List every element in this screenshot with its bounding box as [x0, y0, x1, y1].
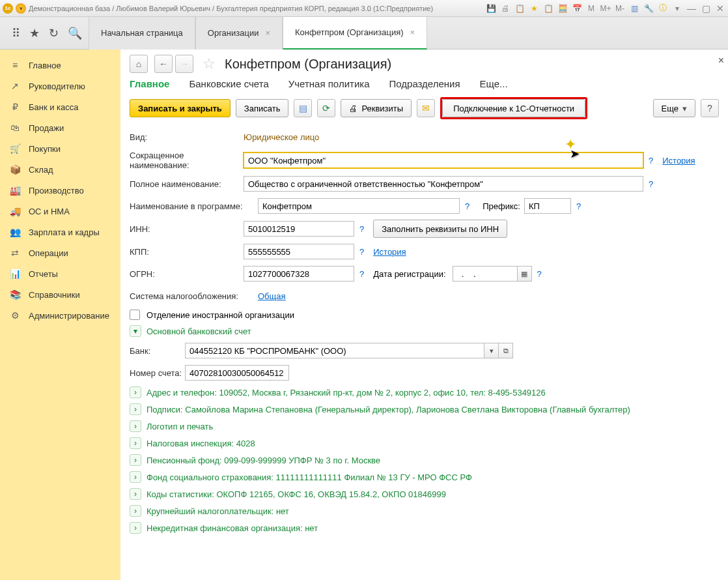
subtab-divisions[interactable]: Подразделения — [389, 78, 460, 89]
kpp-history-link[interactable]: История — [373, 247, 406, 257]
group-tax-office[interactable]: ›Налоговая инспекция: 4028 — [130, 437, 719, 449]
help-button[interactable]: ? — [701, 99, 719, 117]
short-name-input[interactable] — [244, 152, 643, 168]
group-pension[interactable]: ›Пенсионный фонд: 099-099-999999 УПФР № … — [130, 454, 719, 466]
close-icon[interactable]: × — [265, 28, 270, 38]
minimize-icon[interactable]: — — [686, 3, 697, 14]
close-icon[interactable]: × — [410, 27, 415, 37]
history-icon[interactable]: ↻ — [49, 26, 59, 40]
tax-link[interactable]: Общая — [258, 291, 286, 301]
bank-input[interactable] — [185, 343, 484, 358]
full-name-input[interactable] — [244, 176, 643, 192]
group-social[interactable]: ›Фонд социального страхования: 111111111… — [130, 471, 719, 483]
foreign-checkbox[interactable] — [130, 310, 140, 320]
subtab-main[interactable]: Главное — [130, 78, 169, 89]
sidebar-item-sales[interactable]: 🛍Продажи — [0, 117, 120, 138]
document-icon-button[interactable]: ▤ — [294, 99, 312, 117]
hint-full-name[interactable]: ? — [649, 179, 653, 189]
close-window-icon[interactable]: ✕ — [715, 3, 725, 14]
mail-icon-button[interactable]: ✉ — [417, 99, 435, 117]
sidebar-item-purchases[interactable]: 🛒Покупки — [0, 138, 120, 159]
sidebar-item-admin[interactable]: ⚙Администрирование — [0, 305, 120, 326]
star-outline-icon[interactable]: ☆ — [203, 55, 216, 72]
subtab-bank[interactable]: Банковские счета — [189, 78, 268, 89]
reg-date-input[interactable] — [453, 266, 518, 282]
info-down-icon[interactable]: ▾ — [672, 3, 682, 14]
hint-ogrn[interactable]: ? — [359, 269, 364, 279]
subtab-policy[interactable]: Учетная политика — [288, 78, 370, 89]
hint-prog-name[interactable]: ? — [465, 201, 469, 211]
sidebar-item-manager[interactable]: ↗Руководителю — [0, 76, 120, 96]
apps-icon[interactable]: ⠿ — [12, 26, 20, 40]
sidebar-item-salary[interactable]: 👥Зарплата и кадры — [0, 222, 120, 242]
group-address[interactable]: ›Адрес и телефон: 109052, Москва г, Ряза… — [130, 386, 719, 398]
clipboard-icon[interactable]: 📋 — [543, 3, 553, 14]
m-plus-icon[interactable]: M+ — [600, 3, 611, 14]
favorite-icon[interactable]: ★ — [29, 26, 40, 40]
star-icon[interactable]: ★ — [529, 3, 539, 14]
ogrn-input[interactable] — [244, 266, 354, 282]
hint-prefix[interactable]: ? — [576, 201, 581, 211]
label-full-name: Полное наименование: — [130, 179, 244, 189]
home-button[interactable]: ⌂ — [130, 55, 148, 73]
history-link[interactable]: История — [662, 156, 695, 166]
print-icon[interactable]: 🖨 — [500, 3, 511, 14]
group-signatures[interactable]: ›Подписи: Самойлова Марина Степановна (Г… — [130, 403, 719, 415]
tab-organizations[interactable]: Организации× — [195, 17, 283, 50]
panel-icon[interactable]: ▥ — [629, 3, 639, 14]
sidebar-item-os[interactable]: 🚚ОС и НМА — [0, 201, 120, 222]
subtab-more[interactable]: Еще... — [480, 78, 508, 89]
fill-inn-button[interactable]: Заполнить реквизиты по ИНН — [373, 220, 507, 238]
calendar-icon[interactable]: 📅 — [572, 3, 582, 14]
gear-icon: ⚙ — [9, 310, 21, 321]
sidebar-item-main[interactable]: ≡Главное — [0, 55, 120, 76]
hint-inn[interactable]: ? — [359, 224, 364, 234]
group-largest[interactable]: ›Крупнейший налогоплательщик: нет — [130, 505, 719, 517]
m-icon[interactable]: M — [586, 3, 596, 14]
save-button[interactable]: Записать — [236, 99, 289, 117]
refresh-icon-button[interactable]: ⟳ — [317, 99, 335, 117]
m-minus-icon[interactable]: M- — [615, 3, 625, 14]
tab-start[interactable]: Начальная страница — [89, 17, 195, 50]
calendar-picker-icon[interactable]: ▦ — [518, 266, 532, 282]
info-icon[interactable]: ⓘ — [658, 3, 668, 14]
kpp-input[interactable] — [244, 244, 354, 259]
chevron-right-icon: › — [130, 488, 141, 500]
prefix-input[interactable] — [524, 198, 571, 214]
close-page-icon[interactable]: × — [718, 55, 724, 66]
sidebar-item-warehouse[interactable]: 📦Склад — [0, 159, 120, 180]
group-stats[interactable]: ›Коды статистики: ОКОПФ 12165, ОКФС 16, … — [130, 488, 719, 500]
save-close-button[interactable]: Записать и закрыть — [130, 99, 231, 117]
prog-name-input[interactable] — [258, 198, 460, 214]
open-icon[interactable]: ⧉ — [499, 343, 513, 358]
hint-short-name[interactable]: ? — [649, 156, 653, 166]
more-button[interactable]: Еще — [653, 99, 695, 117]
account-input[interactable] — [185, 365, 289, 381]
maximize-icon[interactable]: ▢ — [701, 3, 711, 14]
save-icon[interactable]: 💾 — [486, 3, 496, 14]
connect-1c-button[interactable]: Подключение к 1С-Отчетности — [442, 99, 585, 117]
search-icon[interactable]: 🔍 — [68, 26, 82, 40]
requisites-button[interactable]: 🖨Реквизиты — [341, 99, 412, 117]
forward-button[interactable]: → — [175, 55, 193, 73]
group-bank-account[interactable]: ▾ Основной банковский счет — [130, 325, 719, 337]
inn-input[interactable] — [244, 221, 354, 237]
hint-reg-date[interactable]: ? — [537, 269, 542, 279]
tab-konfetprom[interactable]: Конфетпром (Организация)× — [283, 17, 427, 50]
sidebar-item-operations[interactable]: ⇄Операции — [0, 242, 120, 263]
copy-icon[interactable]: 📋 — [514, 3, 525, 14]
chevron-down-icon[interactable]: ▾ — [484, 343, 499, 358]
group-logo[interactable]: ›Логотип и печать — [130, 420, 719, 432]
calc-icon[interactable]: 🧮 — [557, 3, 568, 14]
dropdown-icon[interactable]: ▾ — [16, 3, 26, 14]
sidebar-item-production[interactable]: 🏭Производство — [0, 180, 120, 201]
back-button[interactable]: ← — [154, 55, 173, 73]
hint-kpp[interactable]: ? — [359, 247, 364, 257]
chevron-right-icon: › — [130, 505, 141, 517]
page-top: ⌂ ← → ☆ Конфетпром (Организация) — [130, 55, 719, 73]
sidebar-item-references[interactable]: 📚Справочники — [0, 284, 120, 305]
sidebar-item-bank[interactable]: ₽Банк и касса — [0, 96, 120, 117]
wrench-icon[interactable]: 🔧 — [643, 3, 654, 14]
sidebar-item-reports[interactable]: 📊Отчеты — [0, 263, 120, 284]
group-noncredit[interactable]: ›Некредитная финансовая организация: нет — [130, 522, 719, 534]
